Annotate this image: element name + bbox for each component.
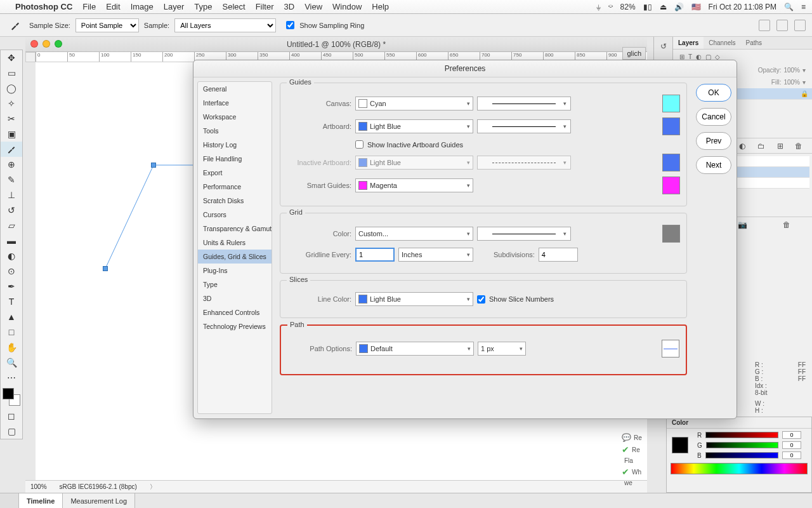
trash-icon[interactable]: 🗑 — [782, 220, 792, 230]
stamp-tool[interactable]: ⊥ — [1, 187, 22, 203]
prefs-export[interactable]: Export — [198, 166, 272, 180]
color-swatch-current[interactable] — [672, 437, 688, 453]
path-anchor-2[interactable] — [151, 163, 156, 168]
maximize-window-button[interactable] — [55, 40, 62, 48]
color-spectrum[interactable] — [671, 463, 808, 474]
dodge-tool[interactable]: ⊙ — [1, 264, 22, 279]
rectangle-tool[interactable]: □ — [1, 324, 22, 340]
paths-tab[interactable]: Paths — [741, 37, 768, 49]
prefs-3d[interactable]: 3D — [198, 291, 272, 305]
eyedropper-tool-icon[interactable] — [6, 20, 24, 31]
artboard-color-select[interactable]: Light Blue▾ — [355, 119, 473, 133]
prefs-tools[interactable]: Tools — [198, 124, 272, 138]
brush-tool[interactable]: ✎ — [1, 172, 22, 187]
measurement-log-tab[interactable]: Measurement Log — [63, 493, 135, 508]
minimize-window-button[interactable] — [43, 40, 50, 48]
flag-icon[interactable]: 🇺🇸 — [691, 3, 701, 11]
foreground-color[interactable] — [3, 388, 14, 399]
gradient-tool[interactable]: ▬ — [1, 233, 22, 248]
bluetooth-icon[interactable]: ⌔ — [608, 3, 613, 11]
inactive-big-swatch[interactable] — [662, 154, 680, 171]
camera-icon[interactable]: 📷 — [738, 220, 748, 230]
green-input[interactable] — [782, 441, 801, 449]
sample-select[interactable]: All Layers — [174, 18, 276, 32]
path-anchor-1[interactable] — [103, 266, 108, 271]
prefs-enhanced-controls[interactable]: Enhanced Controls — [198, 305, 272, 319]
eject-icon[interactable]: ⏏ — [660, 3, 667, 11]
smart-big-swatch[interactable] — [662, 177, 680, 194]
menu-file[interactable]: File — [82, 2, 96, 11]
color-profile[interactable]: sRGB IEC61966-2.1 (8bpc) — [60, 483, 137, 490]
move-tool[interactable]: ✥ — [1, 50, 22, 65]
workspace-icon[interactable] — [776, 20, 788, 31]
wifi-icon[interactable]: ⏚ — [596, 3, 601, 11]
grid-big-swatch[interactable] — [662, 225, 680, 243]
type-tool[interactable]: T — [1, 294, 22, 309]
slice-line-color-select[interactable]: Light Blue▾ — [355, 292, 473, 306]
new-layer-icon[interactable]: ⊞ — [775, 141, 785, 151]
history-panel-icon[interactable]: ↺ — [654, 37, 672, 56]
subdivisions-input[interactable] — [539, 248, 578, 262]
blue-slider[interactable] — [705, 452, 778, 458]
lasso-tool[interactable]: ◯ — [1, 81, 22, 96]
prefs-units-rulers[interactable]: Units & Rulers — [198, 236, 272, 250]
bottom-panel-handle[interactable] — [0, 493, 19, 508]
channels-tab[interactable]: Channels — [704, 37, 740, 49]
battery-icon[interactable]: ▮▯ — [643, 3, 652, 11]
cancel-button[interactable]: Cancel — [696, 108, 731, 126]
edit-toolbar[interactable]: ⋯ — [1, 370, 22, 385]
prefs-plugins[interactable]: Plug-Ins — [198, 264, 272, 277]
canvas-big-swatch[interactable] — [662, 95, 680, 112]
path-options-select[interactable]: Default▾ — [356, 342, 474, 356]
close-window-button[interactable] — [30, 40, 38, 48]
artboard-big-swatch[interactable] — [662, 117, 680, 135]
eraser-tool[interactable]: ▱ — [1, 218, 22, 233]
ruler-origin[interactable] — [25, 52, 36, 62]
menu-type[interactable]: Type — [194, 2, 212, 11]
clock[interactable]: Fri Oct 20 11:08 PM — [709, 3, 776, 11]
smart-color-select[interactable]: Magenta▾ — [355, 178, 473, 192]
path-width-select[interactable]: 1 px▾ — [478, 342, 526, 356]
prefs-scratch-disks[interactable]: Scratch Disks — [198, 194, 272, 208]
share-icon[interactable] — [794, 20, 806, 31]
gridline-unit-select[interactable]: Inches▾ — [398, 248, 473, 262]
volume-icon[interactable]: 🔊 — [674, 3, 684, 11]
red-slider[interactable] — [705, 432, 778, 438]
gridline-every-input[interactable] — [355, 248, 395, 262]
prefs-transparency[interactable]: Transparency & Gamut — [198, 222, 272, 236]
canvas-style-select[interactable]: ▾ — [477, 97, 571, 110]
prefs-workspace[interactable]: Workspace — [198, 110, 272, 124]
menu-edit[interactable]: Edit — [106, 2, 120, 11]
menu-window[interactable]: Window — [332, 2, 362, 11]
menu-filter[interactable]: Filter — [256, 2, 274, 11]
prev-button[interactable]: Prev — [696, 132, 731, 150]
magic-wand-tool[interactable]: ✧ — [1, 96, 22, 111]
prefs-tech-previews[interactable]: Technology Previews — [198, 319, 272, 333]
zoom-level[interactable]: 100% — [30, 483, 47, 490]
blue-input[interactable] — [782, 451, 801, 459]
prefs-history-log[interactable]: History Log — [198, 138, 272, 152]
zoom-tool[interactable]: 🔍 — [1, 355, 22, 370]
show-inactive-checkbox[interactable] — [355, 140, 363, 149]
menu-select[interactable]: Select — [222, 2, 245, 11]
menu-help[interactable]: Help — [372, 2, 389, 11]
frame-tool[interactable]: ▣ — [1, 126, 22, 142]
red-input[interactable] — [782, 431, 801, 439]
foreground-background-colors[interactable] — [3, 388, 20, 406]
grid-color-select[interactable]: Custom...▾ — [355, 227, 473, 241]
menu-extras-icon[interactable]: ≡ — [801, 3, 806, 11]
menu-3d[interactable]: 3D — [284, 2, 295, 11]
quick-mask-toggle[interactable]: ◻ — [1, 408, 22, 424]
prefs-file-handling[interactable]: File Handling — [198, 152, 272, 166]
menu-layer[interactable]: Layer — [164, 2, 185, 11]
timeline-tab[interactable]: Timeline — [19, 493, 63, 508]
hand-tool[interactable]: ✋ — [1, 340, 22, 355]
opacity-value[interactable]: 100% — [783, 67, 800, 74]
healing-tool[interactable]: ⊕ — [1, 157, 22, 172]
layers-tab[interactable]: Layers — [673, 37, 704, 49]
ok-button[interactable]: OK — [696, 84, 731, 102]
prefs-performance[interactable]: Performance — [198, 180, 272, 194]
sample-size-select[interactable]: Point Sample — [75, 18, 139, 32]
artboard-style-select[interactable]: ▾ — [477, 119, 571, 133]
canvas-color-select[interactable]: Cyan▾ — [355, 97, 473, 110]
